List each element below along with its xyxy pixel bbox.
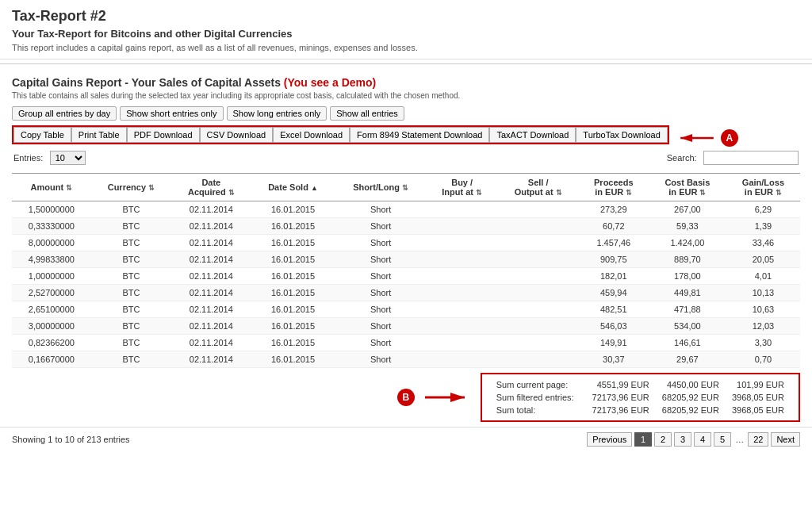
- report-title: Tax-Report #2: [12, 8, 800, 25]
- table-cell: 0,70: [726, 351, 800, 368]
- table-cell: Short: [335, 235, 426, 251]
- copy-table-button[interactable]: Copy Table: [13, 127, 71, 143]
- summary-cell: 101,99 EUR: [726, 378, 791, 391]
- table-cell: 16.01.2015: [251, 268, 335, 285]
- col-amount[interactable]: Amount ⇅: [12, 174, 91, 201]
- table-cell: 449,81: [649, 285, 726, 301]
- search-control: Search:: [667, 151, 799, 165]
- col-short-long[interactable]: Short/Long ⇅: [335, 174, 426, 201]
- table-cell: 2,65100000: [12, 301, 91, 318]
- table-cell: BTC: [91, 351, 171, 368]
- annotation-b: B: [397, 389, 469, 406]
- col-date-acquired[interactable]: DateAcquired ⇅: [171, 174, 251, 201]
- pagination-ellipsis: …: [733, 435, 745, 444]
- page-5-button[interactable]: 5: [714, 432, 731, 447]
- table-cell: 02.11.2014: [171, 251, 251, 268]
- table-cell: 267,00: [649, 201, 726, 218]
- col-currency[interactable]: Currency ⇅: [91, 174, 171, 201]
- table-row: 3,00000000BTC02.11.201416.01.2015Short54…: [12, 318, 800, 335]
- table-cell: [427, 218, 498, 235]
- csv-download-button[interactable]: CSV Download: [200, 127, 274, 143]
- pdf-download-button[interactable]: PDF Download: [127, 127, 200, 143]
- table-cell: 02.11.2014: [171, 318, 251, 335]
- table-cell: 546,03: [579, 318, 649, 335]
- page-2-button[interactable]: 2: [654, 432, 672, 447]
- table-cell: [498, 218, 579, 235]
- action-buttons-group: Copy Table Print Table PDF Download CSV …: [12, 125, 669, 144]
- arrow-b-icon: [421, 389, 469, 405]
- table-cell: 59,33: [649, 218, 726, 235]
- table-row: 2,52700000BTC02.11.201416.01.2015Short45…: [12, 285, 800, 301]
- table-row: 4,99833800BTC02.11.201416.01.2015Short90…: [12, 251, 800, 268]
- action-row: Copy Table Print Table PDF Download CSV …: [12, 125, 800, 151]
- page-3-button[interactable]: 3: [674, 432, 691, 447]
- table-cell: 889,70: [649, 251, 726, 268]
- search-label: Search:: [667, 153, 697, 163]
- col-buy-input[interactable]: Buy /Input at ⇅: [427, 174, 498, 201]
- table-cell: [427, 201, 498, 218]
- table-cell: 16.01.2015: [251, 318, 335, 335]
- table-cell: 02.11.2014: [171, 351, 251, 368]
- table-cell: BTC: [91, 285, 171, 301]
- summary-cell: 68205,92 EUR: [656, 404, 726, 416]
- table-cell: 10,13: [726, 285, 800, 301]
- table-cell: 02.11.2014: [171, 218, 251, 235]
- filter-btn-long[interactable]: Show long entries only: [227, 106, 327, 121]
- table-cell: BTC: [91, 335, 171, 351]
- page-1-button[interactable]: 1: [634, 432, 652, 447]
- report-description: This report includes a capital gains rep…: [12, 43, 800, 52]
- showing-entries: Showing 1 to 10 of 213 entries: [12, 435, 130, 444]
- table-row: 0,82366200BTC02.11.201416.01.2015Short14…: [12, 335, 800, 351]
- next-page-button[interactable]: Next: [771, 432, 800, 447]
- table-row: 2,65100000BTC02.11.201416.01.2015Short48…: [12, 301, 800, 318]
- table-cell: 534,00: [649, 318, 726, 335]
- table-cell: 16.01.2015: [251, 201, 335, 218]
- table-cell: [498, 201, 579, 218]
- table-cell: Short: [335, 335, 426, 351]
- table-cell: 16.01.2015: [251, 335, 335, 351]
- excel-download-button[interactable]: Excel Download: [273, 127, 350, 143]
- entries-control: Entries: 10 25 50 100: [13, 151, 86, 165]
- prev-page-button[interactable]: Previous: [587, 432, 632, 447]
- table-cell: 16.01.2015: [251, 351, 335, 368]
- table-cell: 16.01.2015: [251, 251, 335, 268]
- table-cell: 909,75: [579, 251, 649, 268]
- summary-cell: 4450,00 EUR: [656, 378, 726, 391]
- table-row: 0,33330000BTC02.11.201416.01.2015Short60…: [12, 218, 800, 235]
- form8949-download-button[interactable]: Form 8949 Statement Download: [350, 127, 489, 143]
- table-cell: Short: [335, 218, 426, 235]
- summary-cell: 3968,05 EUR: [726, 391, 791, 404]
- table-cell: [427, 335, 498, 351]
- table-cell: [498, 285, 579, 301]
- col-cost-basis[interactable]: Cost Basisin EUR ⇅: [649, 174, 726, 201]
- col-proceeds[interactable]: Proceedsin EUR ⇅: [579, 174, 649, 201]
- col-sell-output[interactable]: Sell /Output at ⇅: [498, 174, 579, 201]
- table-cell: [427, 251, 498, 268]
- summary-cell: Sum total:: [490, 404, 586, 416]
- footer: Showing 1 to 10 of 213 entries Previous …: [0, 427, 812, 451]
- table-cell: BTC: [91, 268, 171, 285]
- table-cell: 02.11.2014: [171, 268, 251, 285]
- entries-select[interactable]: 10 25 50 100: [50, 151, 86, 165]
- table-cell: 02.11.2014: [171, 301, 251, 318]
- page-22-button[interactable]: 22: [748, 432, 768, 447]
- filter-buttons-row: Group all entries by day Show short entr…: [12, 106, 800, 121]
- filter-btn-short[interactable]: Show short entries only: [120, 106, 223, 121]
- print-table-button[interactable]: Print Table: [71, 127, 127, 143]
- table-cell: 273,29: [579, 201, 649, 218]
- taxact-download-button[interactable]: TaxACT Download: [489, 127, 576, 143]
- col-date-sold[interactable]: Date Sold ▲: [251, 174, 335, 201]
- filter-btn-group[interactable]: Group all entries by day: [12, 106, 117, 121]
- table-cell: [498, 318, 579, 335]
- page-4-button[interactable]: 4: [694, 432, 711, 447]
- filter-btn-all[interactable]: Show all entries: [330, 106, 404, 121]
- col-gain-loss[interactable]: Gain/Lossin EUR ⇅: [726, 174, 800, 201]
- turbotax-download-button[interactable]: TurboTax Download: [576, 127, 667, 143]
- table-row: 1,00000000BTC02.11.201416.01.2015Short18…: [12, 268, 800, 285]
- summary-table: Sum current page:4551,99 EUR4450,00 EUR1…: [490, 378, 791, 416]
- table-cell: 1.424,00: [649, 235, 726, 251]
- label-b: B: [397, 389, 415, 406]
- search-input[interactable]: [703, 151, 799, 165]
- summary-cell: 72173,96 EUR: [586, 404, 656, 416]
- table-cell: 60,72: [579, 218, 649, 235]
